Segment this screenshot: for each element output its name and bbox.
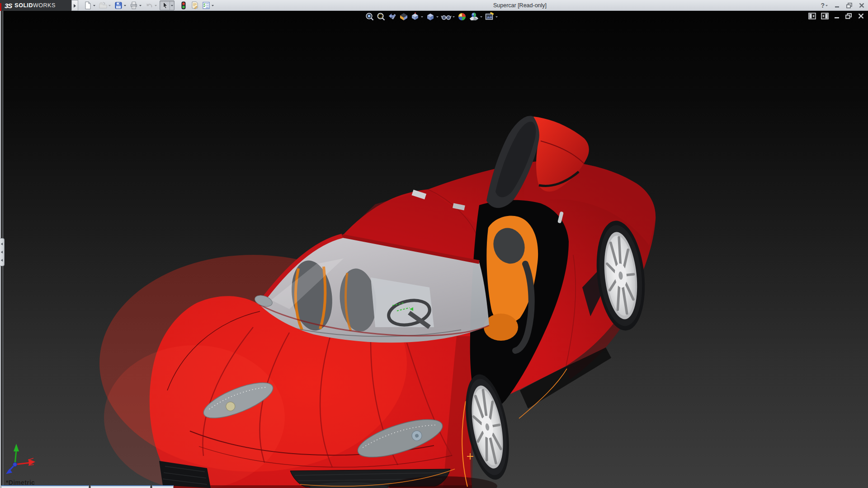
hide-show-items-caret[interactable]	[452, 12, 456, 21]
minimize-button[interactable]	[833, 1, 842, 10]
options-button[interactable]	[201, 0, 215, 10]
select-dropdown-caret[interactable]	[170, 1, 174, 10]
sheet-hand-icon	[190, 1, 199, 10]
help-dropdown-caret[interactable]	[825, 1, 829, 9]
left-arrow-icon	[1, 259, 3, 262]
close-button[interactable]	[857, 1, 866, 10]
model-supercar[interactable]	[0, 11, 868, 488]
restore-icon	[846, 2, 853, 9]
brand-name-works: WORKS	[33, 2, 56, 9]
statusbar-segment[interactable]	[1, 485, 89, 488]
save-button[interactable]	[113, 0, 127, 10]
appearance-ball-icon	[457, 12, 467, 22]
view-settings-caret[interactable]	[495, 12, 499, 21]
statusbar-segment[interactable]	[90, 485, 151, 488]
eyeglasses-icon	[441, 12, 452, 22]
select-button[interactable]	[160, 0, 175, 10]
apply-scene-button[interactable]	[468, 12, 484, 22]
window-title: Supercar [Read-only]	[452, 0, 588, 11]
view-settings-button[interactable]	[484, 12, 499, 22]
new-dropdown-caret[interactable]	[92, 1, 96, 10]
pane-left-icon	[808, 13, 816, 19]
checklist-icon	[202, 1, 211, 10]
open-dropdown-caret[interactable]	[108, 1, 112, 10]
rebuild-button[interactable]	[179, 0, 189, 10]
racing-seat	[484, 216, 538, 351]
file-properties-button[interactable]	[190, 0, 200, 10]
title-bar: 3S SOLIDWORKS	[0, 0, 868, 11]
view-orientation-icon	[410, 12, 420, 22]
view-settings-icon	[485, 12, 495, 22]
statusbar-segment[interactable]	[152, 485, 174, 488]
solidworks-logo: 3S SOLIDWORKS	[0, 0, 71, 11]
previous-view-icon	[387, 12, 397, 22]
menu-expand-button[interactable]	[71, 0, 78, 11]
traffic-light-icon	[179, 1, 188, 10]
logo-accent-stripe	[0, 3, 1, 11]
apply-scene-caret[interactable]	[479, 12, 483, 21]
new-button[interactable]	[83, 0, 97, 10]
ds-logo-mark: 3S	[5, 2, 12, 9]
close-icon	[858, 13, 864, 19]
undo-dropdown-caret[interactable]	[154, 1, 158, 10]
display-style-icon	[425, 12, 435, 22]
open-folder-icon	[99, 1, 108, 10]
graphics-area[interactable]: *Dimetric	[0, 11, 868, 488]
save-dropdown-caret[interactable]	[123, 1, 127, 10]
zoom-to-fit-icon	[365, 12, 375, 22]
document-restore-button[interactable]	[845, 13, 853, 19]
apply-scene-icon	[468, 12, 479, 22]
zoom-to-area-icon	[376, 12, 386, 22]
view-orientation-caret[interactable]	[420, 12, 424, 21]
left-arrow-icon	[1, 251, 3, 253]
printer-icon	[129, 1, 138, 10]
headsup-view-toolbar	[364, 12, 499, 22]
standard-toolbar	[83, 0, 217, 10]
undo-button[interactable]	[144, 0, 158, 10]
minimize-icon	[834, 2, 840, 9]
y-axis-arrow	[14, 444, 19, 451]
minimize-icon	[834, 13, 840, 19]
right-arrow-icon	[74, 4, 76, 8]
undo-arrow-icon	[145, 1, 154, 10]
section-view-button[interactable]	[398, 12, 409, 22]
edit-appearance-button[interactable]	[457, 12, 467, 22]
window-controls: ?	[819, 0, 866, 11]
help-icon: ?	[821, 2, 825, 9]
view-orientation-button[interactable]	[410, 12, 425, 22]
section-view-icon	[399, 12, 409, 22]
zoom-to-fit-button[interactable]	[364, 12, 375, 22]
zoom-to-area-button[interactable]	[376, 12, 387, 22]
restore-button[interactable]	[844, 1, 854, 10]
pane-right-icon	[821, 13, 829, 19]
panel-splitter-handle[interactable]	[0, 238, 5, 266]
document-close-button[interactable]	[858, 13, 864, 19]
hide-show-items-button[interactable]	[440, 12, 456, 22]
options-dropdown-caret[interactable]	[211, 1, 215, 10]
document-minimize-button[interactable]	[834, 13, 840, 19]
save-floppy-icon	[114, 1, 123, 10]
print-button[interactable]	[129, 0, 143, 10]
new-document-icon	[83, 1, 92, 10]
help-button[interactable]: ?	[819, 1, 830, 10]
previous-view-button[interactable]	[387, 12, 398, 22]
left-arrow-icon	[1, 243, 3, 245]
open-button[interactable]	[98, 0, 112, 10]
brand-name-solid: SOLID	[14, 2, 33, 9]
display-pane-toggle[interactable]	[821, 13, 829, 19]
restore-icon	[845, 13, 853, 19]
print-dropdown-caret[interactable]	[138, 1, 142, 10]
x-axis-arrow	[28, 459, 35, 465]
close-icon	[859, 2, 865, 9]
cursor-arrow-icon	[160, 1, 170, 10]
display-style-button[interactable]	[425, 12, 440, 22]
document-window-controls	[808, 13, 864, 19]
reference-triad	[6, 444, 35, 474]
feature-pane-toggle[interactable]	[808, 13, 816, 19]
display-style-caret[interactable]	[435, 12, 439, 21]
